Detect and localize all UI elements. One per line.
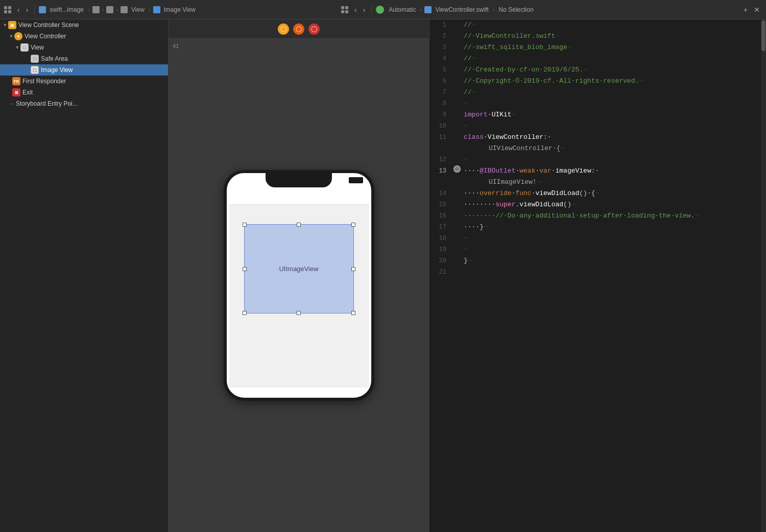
line-content-14: ····override·func·viewDidLoad()·{¬ [462,188,766,199]
code-line-2: 2 //·ViewController.swift¬ [429,31,766,42]
top-toolbar-left: ‹ › swift...image › › › View › Image Vie… [0,0,337,19]
code-line-9: 9 import·UIKit¬ [429,109,766,120]
add-editor-button[interactable]: + [741,5,750,15]
line-content-16: ········//·Do·any·additional·setup·after… [462,210,766,222]
breadcrumb-automatic[interactable]: Automatic [387,5,417,14]
nav-icon-first-responder: FR [12,77,20,85]
outlet-dot-13[interactable] [453,165,461,173]
line-content-3: //·swift_sqlite_blob_image¬ [462,42,766,53]
nav-icon-exit: ⊠ [12,88,20,96]
code-line-1: 1 //¬ [429,19,766,31]
grid-icon[interactable] [4,6,11,13]
canvas-btn-orange[interactable]: ◯ [293,23,304,35]
swift-file-icon [424,6,432,13]
line-content-10: ¬ [462,120,766,132]
line-num-21: 21 [429,267,452,278]
code-line-5: 5 //·Created·by·cf·on·2019/6/25.¬ [429,64,766,76]
line-num-5: 5 [429,64,452,76]
breadcrumb-file[interactable]: swift...image [48,5,85,14]
breadcrumb-icon-2 [92,6,100,13]
nav-label-vc-scene: View Controller Scene [18,21,164,29]
line-num-14: 14 [429,188,452,199]
code-line-18: 18 ¬ [429,233,766,244]
scrollbar-right[interactable] [761,19,766,532]
nav-label-vc: View Controller [25,33,164,40]
forward-button-right[interactable]: › [361,5,368,15]
uiimageview-element[interactable]: UIImageView [244,224,354,313]
canvas-btn-red[interactable]: ◯ [308,23,320,35]
back-button-right[interactable]: ‹ [352,5,359,15]
code-line-4: 4 //¬ [429,53,766,64]
forward-button[interactable]: › [24,5,31,15]
line-content-5: //·Created·by·cf·on·2019/6/25.¬ [462,64,766,76]
line-num-18: 18 [429,233,452,244]
breadcrumb-imageview[interactable]: Image View [162,5,197,14]
nav-item-storyboard-entry[interactable]: → Storyboard Entry Poi... [0,98,168,109]
scrollbar-thumb[interactable] [761,20,765,51]
nav-label-view: View [31,44,164,51]
nav-label-exit: Exit [22,89,164,96]
breadcrumb-no-selection[interactable]: No Selection [497,5,535,14]
handle-bl[interactable] [243,311,247,315]
handle-tl[interactable] [243,223,247,227]
code-line-13: 13 ····@IBOutlet·weak·var·imageView:·UII… [429,165,766,188]
close-editor-button[interactable]: ✕ [752,5,762,15]
handle-tr[interactable] [351,223,355,227]
line-content-6: //·Copyright·©·2019·cf.·All·rights·reser… [462,76,766,87]
file-icon [39,6,46,13]
line-content-19: ¬ [462,244,766,255]
phone-frame: UIImageView [224,170,374,401]
code-area[interactable]: 1 //¬ 2 //·ViewController.swift¬ 3 //·sw… [429,19,766,532]
nav-item-vc-scene[interactable]: ▼ ▤ View Controller Scene [0,19,168,31]
code-line-7: 7 //¬ [429,87,766,98]
line-num-8: 8 [429,98,452,109]
battery-icon [349,177,363,183]
breadcrumb-view[interactable]: View [130,5,146,14]
line-num-12: 12 [429,154,452,165]
canvas-toolbar: ◯ ◯ ◯ [169,19,429,39]
line-content-12: ¬ [462,154,766,165]
breadcrumb-swift-file[interactable]: ViewController.swift [434,5,490,14]
nav-item-first-responder[interactable]: FR First Responder [0,76,168,87]
line-content-17: ····}¬ [462,222,766,233]
nav-label-first-responder: First Responder [22,78,164,85]
nav-item-exit[interactable]: ⊠ Exit [0,87,168,98]
line-num-16: 16 [429,210,452,222]
code-line-19: 19 ¬ [429,244,766,255]
code-line-20: 20 }¬ [429,255,766,267]
code-line-15: 15 ········super.viewDidLoad()¬ [429,199,766,210]
nav-item-safe-area[interactable]: □ Safe Area [0,53,168,64]
breadcrumb-icon-3 [106,6,113,13]
code-line-21: 21 [429,267,766,278]
code-line-8: 8 ¬ [429,98,766,109]
nav-item-vc[interactable]: ▼ ● View Controller [0,31,168,42]
line-num-3: 3 [429,42,452,53]
triangle-vc-scene: ▼ [2,22,8,28]
line-content-8: ¬ [462,98,766,109]
handle-bc[interactable] [297,311,301,315]
line-num-4: 4 [429,53,452,64]
line-content-15: ········super.viewDidLoad()¬ [462,199,766,210]
arrow-icon: → [8,101,14,107]
toolbar-divider-1 [34,5,35,15]
nav-item-view[interactable]: ▼ □ View [0,42,168,53]
canvas-btn-yellow[interactable]: ◯ [278,23,289,35]
canvas-content[interactable]: UIImageView [169,39,429,532]
grid-icon-right[interactable] [341,6,348,13]
handle-br[interactable] [351,311,355,315]
navigator-panel: ▼ ▤ View Controller Scene ▼ ● View Contr… [0,19,169,532]
line-content-20: }¬ [462,255,766,267]
breadcrumb-icon-5 [153,6,160,13]
back-button[interactable]: ‹ [15,5,22,15]
inspector-handle[interactable] [426,265,429,286]
code-line-3: 3 //·swift_sqlite_blob_image¬ [429,42,766,53]
phone-notch [266,173,332,187]
gutter-13[interactable] [452,165,462,173]
line-content-13: ····@IBOutlet·weak·var·imageView:·UIImag… [462,165,766,188]
line-content-4: //¬ [462,53,766,64]
handle-mr[interactable] [351,267,355,271]
handle-tc[interactable] [297,223,301,227]
handle-ml[interactable] [243,267,247,271]
nav-item-image-view[interactable]: ⬚ Image View [0,64,168,76]
canvas-panel: ◯ ◯ ◯ 41 UIImageView [169,19,429,532]
